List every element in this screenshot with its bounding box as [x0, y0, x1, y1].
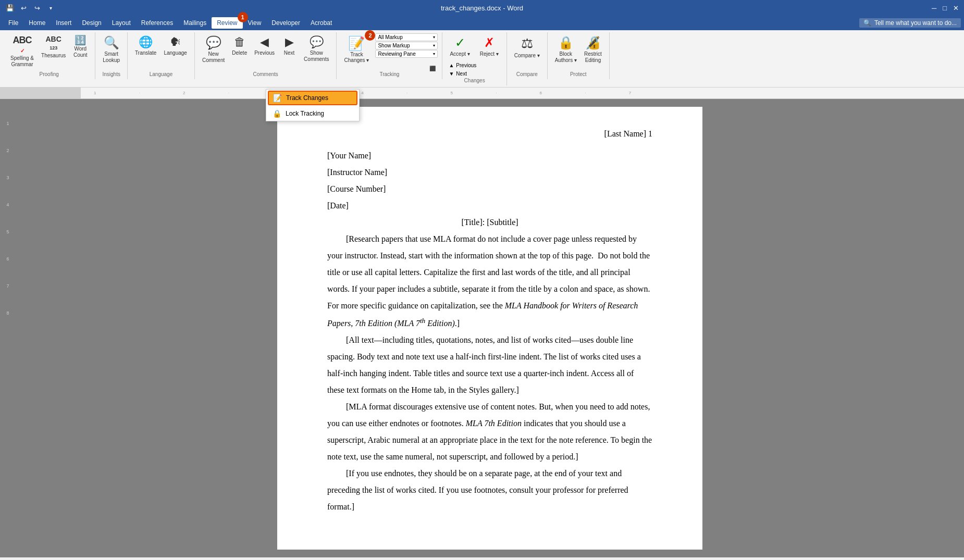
previous-comment-btn[interactable]: ◀ Previous [251, 33, 278, 58]
instructor-name-line: [Instructor Name] [327, 164, 652, 181]
new-comment-icon: 💬 [206, 35, 221, 50]
course-number-line: [Course Number] [327, 181, 652, 197]
restrict-editing-icon: 🔏 [585, 35, 601, 50]
maximize-btn[interactable]: □ [943, 4, 947, 12]
ruler-num-2: 2 [6, 148, 9, 174]
reviewing-pane-dropdown[interactable]: Reviewing Pane ▾ [375, 50, 438, 58]
next-comment-btn[interactable]: ▶ Next [279, 33, 300, 58]
minimize-btn[interactable]: ─ [932, 4, 936, 12]
delete-comment-icon: 🗑 [234, 35, 245, 49]
menu-insert[interactable]: Insert [51, 17, 77, 29]
show-markup-dropdown[interactable]: Show Markup ▾ [375, 42, 438, 49]
smart-lookup-btn[interactable]: 🔍 SmartLookup [100, 33, 123, 66]
lock-tracking-icon: 🔒 [273, 109, 281, 118]
lock-tracking-option[interactable]: 🔒 Lock Tracking [266, 106, 359, 121]
compare-btn[interactable]: ⚖ Compare ▾ [511, 33, 543, 61]
new-comment-btn[interactable]: 💬 NewComment [199, 33, 228, 66]
window-title: track_changes.docx - Word [441, 4, 523, 12]
ribbon-group-comments: 💬 NewComment 🗑 Delete ◀ Previous ▶ Next … [195, 32, 337, 79]
ribbon-group-language: 🌐 Translate 🗣 Language Language [128, 32, 195, 79]
ribbon-group-proofing: ABC✓ Spelling &Grammar ABC123 Thesaurus … [3, 32, 95, 79]
save-icon[interactable]: 💾 [5, 3, 15, 13]
next-comment-label: Next [284, 50, 295, 56]
customize-icon[interactable]: ▾ [46, 3, 55, 13]
proofing-label: Proofing [40, 71, 59, 78]
smart-lookup-icon: 🔍 [104, 35, 119, 50]
block-authors-btn[interactable]: 🔒 BlockAuthors ▾ [552, 33, 580, 66]
track-changes-option-label: Track Changes [286, 94, 328, 102]
previous-change-btn[interactable]: ▲ Previous [447, 61, 478, 69]
translate-btn[interactable]: 🌐 Translate [132, 33, 159, 58]
title-line: [Title]: [Subtitle] [327, 214, 652, 231]
step-badge-2: 2 [365, 30, 375, 41]
block-authors-icon: 🔒 [558, 35, 574, 50]
document-area[interactable]: [Last Name] 1 [Your Name] [Instructor Na… [16, 99, 964, 557]
language-label: Language [164, 50, 187, 56]
menu-layout[interactable]: Layout [107, 17, 136, 29]
your-name-line: [Your Name] [327, 147, 652, 164]
menu-developer[interactable]: Developer [266, 17, 305, 29]
track-changes-option[interactable]: 📝 Track Changes [268, 91, 357, 105]
previous-comment-label: Previous [254, 50, 275, 56]
vertical-ruler: 1 2 3 4 5 6 7 8 [0, 99, 16, 557]
menu-review[interactable]: Review 1 [212, 17, 242, 29]
all-markup-dropdown[interactable]: All Markup ▾ [375, 33, 438, 41]
comments-group-label: Comments [253, 71, 278, 78]
menu-home[interactable]: Home [23, 17, 51, 29]
track-changes-icon: 📝 [348, 35, 365, 52]
language-btn[interactable]: 🗣 Language [160, 33, 190, 58]
reject-btn[interactable]: ✗ Reject ▾ [476, 33, 502, 59]
all-markup-arrow: ▾ [433, 35, 435, 40]
main-area: 1 2 3 4 5 6 7 8 [Last Name] 1 [Your Name… [0, 99, 964, 557]
spelling-icon: ABC✓ [13, 35, 32, 54]
ruler-num-8: 8 [6, 310, 9, 337]
thesaurus-btn[interactable]: ABC123 Thesaurus [38, 33, 69, 61]
reviewing-pane-label: Reviewing Pane [378, 51, 415, 57]
reject-label: Reject ▾ [480, 51, 499, 57]
word-count-btn[interactable]: 🔢 WordCount [70, 33, 91, 60]
translate-label: Translate [135, 50, 156, 56]
para-2: [All text—including titles, quotations, … [327, 332, 652, 399]
tracking-group-label: Tracking [379, 71, 399, 78]
thesaurus-label: Thesaurus [41, 53, 66, 59]
accept-label: Accept ▾ [450, 51, 469, 57]
ribbon-group-protect: 🔒 BlockAuthors ▾ 🔏 RestrictEditing Prote… [548, 32, 610, 79]
close-btn[interactable]: ✕ [953, 4, 959, 12]
track-changes-label: TrackChanges ▾ [344, 52, 369, 63]
next-change-btn[interactable]: ▼ Next [447, 70, 478, 78]
ruler-num-4: 4 [6, 202, 9, 228]
tracking-expand-icon[interactable]: ⬛ [429, 66, 436, 71]
track-changes-option-icon: 📝 [273, 94, 282, 102]
menu-file[interactable]: File [3, 17, 23, 29]
spelling-grammar-btn[interactable]: ABC✓ Spelling &Grammar [7, 33, 37, 70]
menu-references[interactable]: References [136, 17, 178, 29]
show-comments-btn[interactable]: 💬 ShowComments [301, 33, 332, 65]
previous-comment-icon: ◀ [260, 35, 269, 49]
accept-btn[interactable]: ✓ Accept ▾ [447, 33, 473, 59]
next-comment-icon: ▶ [285, 35, 294, 49]
ribbon: ABC✓ Spelling &Grammar ABC123 Thesaurus … [0, 30, 964, 88]
word-count-icon: 🔢 [75, 35, 86, 45]
next-change-label: Next [456, 71, 467, 77]
quick-access-toolbar: 💾 ↩ ↪ ▾ [5, 3, 55, 13]
delete-comment-btn[interactable]: 🗑 Delete [229, 33, 250, 58]
language-label: Language [150, 71, 173, 78]
block-authors-label: BlockAuthors ▾ [555, 51, 577, 64]
show-comments-label: ShowComments [304, 50, 329, 63]
track-changes-btn[interactable]: 📝 TrackChanges ▾ 2 [341, 33, 372, 65]
date-line: [Date] [327, 197, 652, 214]
redo-icon[interactable]: ↪ [32, 3, 42, 13]
tell-me-search[interactable]: 🔍 Tell me what you want to do... [859, 18, 961, 28]
restrict-editing-btn[interactable]: 🔏 RestrictEditing [581, 33, 605, 66]
undo-icon[interactable]: ↩ [19, 3, 28, 13]
menu-acrobat[interactable]: Acrobat [305, 17, 337, 29]
menu-mailings[interactable]: Mailings [178, 17, 212, 29]
menu-design[interactable]: Design [77, 17, 106, 29]
lock-tracking-label: Lock Tracking [286, 110, 324, 117]
accept-icon: ✓ [455, 35, 465, 50]
ruler-num-1: 1 [6, 121, 9, 147]
title-bar: 💾 ↩ ↪ ▾ track_changes.docx - Word ─ □ ✕ [0, 0, 964, 16]
document-page[interactable]: [Last Name] 1 [Your Name] [Instructor Na… [277, 107, 702, 550]
insights-label: Insights [102, 71, 120, 78]
header-text: [Last Name] 1 [604, 129, 652, 138]
